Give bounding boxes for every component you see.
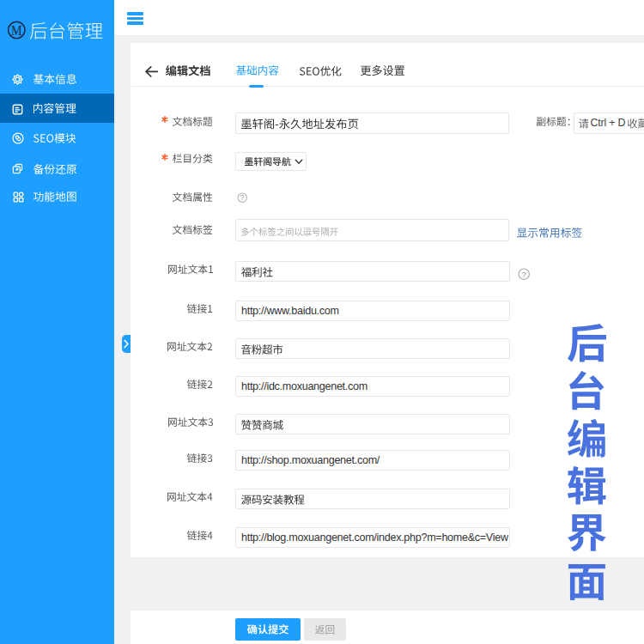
- svg-text:M: M: [11, 22, 22, 38]
- svg-text:?: ?: [521, 269, 526, 278]
- svg-text:?: ?: [240, 193, 245, 202]
